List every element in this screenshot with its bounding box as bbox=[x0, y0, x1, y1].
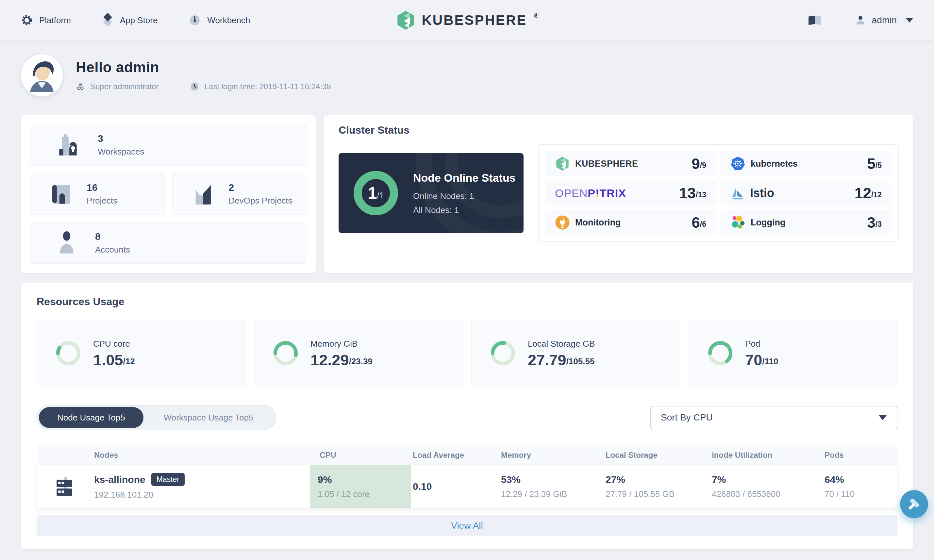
hammer-icon bbox=[906, 497, 922, 512]
component-istio-name: Istio bbox=[750, 186, 774, 200]
openpitrix-count: 13 bbox=[679, 186, 696, 201]
logging-icon bbox=[730, 215, 745, 230]
projects-label: Projects bbox=[86, 196, 117, 206]
col-nodes: Nodes bbox=[92, 451, 318, 460]
workspaces-count: 3 bbox=[98, 133, 145, 144]
monitoring-icon bbox=[555, 215, 570, 230]
chevron-down-icon bbox=[906, 18, 913, 23]
main-nav: Platform App Store Workbench bbox=[21, 13, 250, 27]
node-name[interactable]: ks-allinone bbox=[94, 474, 145, 485]
node-ratio-total: /1 bbox=[377, 191, 384, 201]
workspaces-icon bbox=[55, 132, 81, 158]
tab-node-usage-top5[interactable]: Node Usage Top5 bbox=[39, 407, 143, 428]
local-storage-cell: 27% 27.79 / 105.55 GB bbox=[603, 465, 710, 508]
logging-count: 3 bbox=[867, 215, 876, 230]
app-store-icon bbox=[102, 13, 113, 27]
cpu-donut bbox=[56, 341, 81, 366]
avatar-illustration bbox=[21, 54, 63, 96]
username-label: admin bbox=[872, 15, 897, 26]
load-average-cell: 0.10 bbox=[411, 465, 499, 508]
accounts-icon bbox=[55, 230, 78, 256]
openpitrix-wordmark: OPENP!TRIX bbox=[555, 187, 626, 200]
component-istio: Istio 12 /12 bbox=[721, 181, 891, 206]
workspaces-tile[interactable]: 3 Workspaces bbox=[30, 124, 306, 166]
tab-workspace-usage-top5[interactable]: Workspace Usage Top5 bbox=[143, 407, 274, 428]
cpu-gauge-tile: CPU core 1.05/12 bbox=[37, 320, 245, 386]
node-ratio-value: 1 bbox=[368, 183, 377, 203]
istio-count: 12 bbox=[855, 186, 871, 201]
component-logging-name: Logging bbox=[751, 218, 785, 228]
greeting-title: Hello admin bbox=[76, 59, 331, 75]
toolbox-button[interactable] bbox=[900, 490, 928, 518]
storage-donut bbox=[491, 341, 515, 366]
topbar-right: admin bbox=[808, 15, 913, 26]
nav-workbench-label: Workbench bbox=[207, 15, 250, 26]
resources-usage-card: Resources Usage CPU core 1.05/12 Memory … bbox=[21, 283, 913, 549]
logo-wordmark: KUBESPHERE bbox=[422, 12, 527, 28]
pod-donut bbox=[708, 341, 733, 366]
projects-tile[interactable]: 16 Projects bbox=[30, 173, 165, 215]
cpu-gauge-value: 1.05 bbox=[93, 352, 123, 368]
storage-detail: 27.79 / 105.55 GB bbox=[606, 489, 710, 499]
table-row[interactable]: ks-allinone Master 192.168.101.20 9% 1.0… bbox=[37, 465, 897, 508]
cluster-status-card: Cluster Status 1 /1 Node Online Status bbox=[324, 115, 913, 273]
devops-projects-label: DevOps Projects bbox=[229, 196, 292, 206]
inode-cell: 7% 426803 / 6553600 bbox=[710, 465, 823, 508]
select-caret-icon bbox=[879, 415, 887, 420]
memory-gauge-tile: Memory GiB 12.29/23.39 bbox=[254, 320, 463, 386]
user-role: Super administrator bbox=[76, 82, 158, 91]
sort-by-select[interactable]: Sort By CPU bbox=[650, 406, 897, 429]
kubesphere-logo-icon bbox=[396, 10, 416, 31]
component-monitoring: Monitoring 6 /6 bbox=[545, 210, 716, 235]
top-navigation-bar: Platform App Store Workbench KUBESPHERE® bbox=[0, 0, 934, 40]
documentation-icon[interactable] bbox=[808, 16, 821, 25]
gauge-icon bbox=[189, 14, 201, 26]
user-menu[interactable]: admin bbox=[855, 15, 913, 26]
memory-detail: 12.29 / 23.39 GiB bbox=[501, 489, 603, 499]
devops-projects-tile[interactable]: 2 DevOps Projects bbox=[172, 173, 307, 215]
col-memory: Memory bbox=[499, 451, 603, 460]
devops-projects-count: 2 bbox=[229, 182, 292, 193]
storage-gauge-value: 27.79 bbox=[528, 352, 566, 368]
hero-text: Hello admin Super administrator Last log… bbox=[76, 59, 331, 91]
node-online-status-card: 1 /1 Node Online Status Online Nodes: 1 … bbox=[339, 153, 523, 233]
greeting-section: Hello admin Super administrator Last log… bbox=[21, 54, 913, 96]
nav-app-store-label: App Store bbox=[120, 15, 158, 26]
user-role-label: Super administrator bbox=[90, 82, 158, 91]
nav-workbench[interactable]: Workbench bbox=[189, 14, 250, 26]
cpu-detail: 1.05 / 12 core bbox=[318, 489, 404, 499]
inode-percent: 7% bbox=[712, 474, 823, 485]
component-monitoring-name: Monitoring bbox=[575, 218, 621, 228]
kubernetes-icon bbox=[730, 156, 745, 171]
component-kubernetes: kubernetes 5 /5 bbox=[721, 151, 891, 176]
cpu-cell: 9% 1.05 / 12 core bbox=[310, 465, 411, 508]
pods-cell: 64% 70 / 110 bbox=[823, 465, 897, 508]
node-usage-table: Nodes CPU Load Average Memory Local Stor… bbox=[37, 445, 897, 536]
master-badge: Master bbox=[151, 473, 185, 486]
nav-platform[interactable]: Platform bbox=[21, 14, 71, 26]
monitoring-count: 6 bbox=[691, 215, 700, 230]
kubernetes-count: 5 bbox=[867, 156, 876, 171]
nav-app-store[interactable]: App Store bbox=[102, 13, 158, 27]
gear-icon bbox=[21, 14, 33, 26]
projects-count: 16 bbox=[86, 182, 117, 193]
kubesphere-count: 9 bbox=[691, 156, 700, 171]
load-average-value: 0.10 bbox=[413, 481, 499, 492]
col-inode-utilization: inode Utilization bbox=[710, 451, 823, 460]
view-all-link[interactable]: View All bbox=[451, 520, 483, 531]
col-local-storage: Local Storage bbox=[603, 451, 710, 460]
table-footer: View All bbox=[37, 515, 897, 536]
memory-cell: 53% 12.29 / 23.39 GiB bbox=[499, 465, 603, 508]
user-icon bbox=[855, 15, 866, 26]
accounts-label: Accounts bbox=[95, 245, 130, 255]
memory-percent: 53% bbox=[501, 474, 603, 485]
col-pods: Pods bbox=[823, 451, 897, 460]
kubesphere-icon bbox=[555, 156, 570, 171]
accounts-tile[interactable]: 8 Accounts bbox=[30, 222, 306, 264]
component-kubernetes-name: kubernetes bbox=[751, 159, 798, 169]
pod-gauge-label: Pod bbox=[745, 339, 778, 349]
component-kubesphere: KUBESPHERE 9 /9 bbox=[545, 151, 716, 176]
devops-projects-icon bbox=[191, 182, 216, 206]
col-load-average: Load Average bbox=[411, 451, 499, 460]
istio-icon bbox=[730, 186, 745, 200]
